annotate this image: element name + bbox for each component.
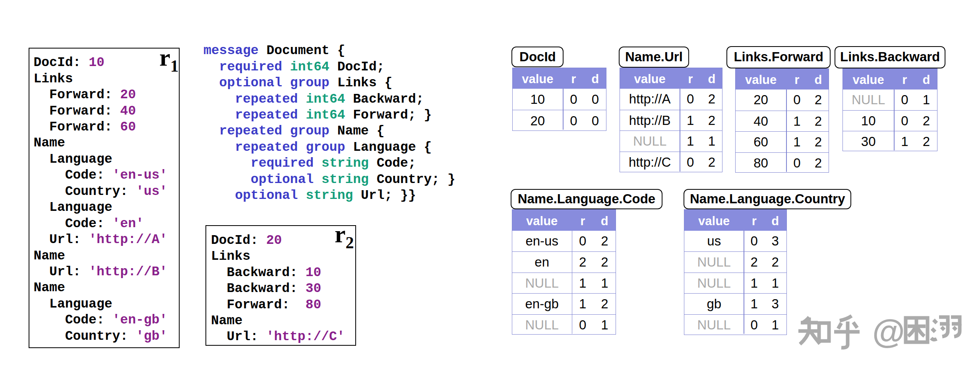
svg-text:@: @ [872,313,905,350]
